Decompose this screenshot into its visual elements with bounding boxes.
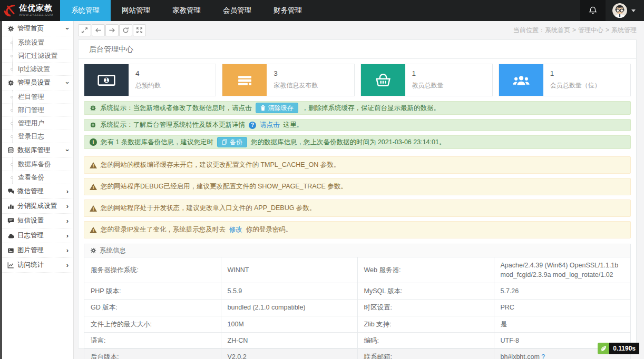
sidebar-item-1-2[interactable]: 管理用户 xyxy=(2,116,73,129)
info-label: MySQL 版本: xyxy=(357,283,494,300)
chevron-down-icon: › xyxy=(64,82,71,84)
chevron-right-icon: › xyxy=(66,188,69,195)
sidebar-sublist: 数据库备份查看备份 xyxy=(2,157,73,184)
logo-title: 佐优家教 xyxy=(19,4,63,13)
chevron-right-icon: › xyxy=(66,203,69,210)
copy-icon xyxy=(222,139,227,145)
breadcrumb-item-2[interactable]: 系统管理 xyxy=(611,26,637,34)
system-info-row-4: 语言:ZH-CN编码:UTF-8 xyxy=(84,332,630,348)
nav-tab-4[interactable]: 财务管理 xyxy=(262,0,313,21)
database-icon xyxy=(7,147,16,154)
stat-label: 总预约数 xyxy=(135,81,161,90)
sidebar-section-label: 数据库管理 xyxy=(16,146,66,155)
nav-tab-2[interactable]: 家教管理 xyxy=(161,0,212,21)
arrows-out-button[interactable] xyxy=(133,24,146,36)
sidebar-sublist: 系统设置词汇过滤设置Ip过滤设置 xyxy=(2,36,73,75)
sidebar-item-label: 栏目管理 xyxy=(18,93,44,102)
refresh-button[interactable] xyxy=(119,24,132,36)
info-label: 服务器操作系统: xyxy=(84,257,221,283)
info-label: 编码: xyxy=(357,332,494,348)
sidebar-item-1-1[interactable]: 部门管理 xyxy=(2,103,73,116)
alert-warning-2: !您的网站程序处于开发状态，建议更改单入口文件的 APP_DEBUG 参数。 xyxy=(84,200,631,217)
sidebar-item-2-0[interactable]: 数据库备份 xyxy=(2,157,73,171)
info-label: Zlib 支持: xyxy=(357,316,494,332)
sidebar-sublist: 栏目管理部门管理管理用户登录日志 xyxy=(2,90,73,143)
user-menu[interactable] xyxy=(606,0,644,21)
question-circle-icon: ? xyxy=(249,122,256,129)
line-chart-icon xyxy=(7,262,16,268)
stat-card-1: 3家教信息发布数 xyxy=(222,64,354,96)
button-label: 清除缓存 xyxy=(268,104,294,112)
breadcrumb: 当前位置：系统首页>管理中心>系统管理 xyxy=(513,26,637,35)
sidebar-item-0-2[interactable]: Ip过滤设置 xyxy=(2,62,73,75)
avatar xyxy=(612,3,628,18)
sidebar-section-5[interactable]: 短信设置› xyxy=(2,213,73,228)
sidebar-section-6[interactable]: 日志管理› xyxy=(2,228,73,243)
sidebar-item-1-0[interactable]: 栏目管理 xyxy=(2,90,73,103)
notifications-button[interactable] xyxy=(580,0,606,21)
info-label: 文件上传的最大大小: xyxy=(84,316,221,332)
alert-text: 您的网站程序DEBUG已经启用，建议更改配置文件的 SHOW_PAGE_TRAC… xyxy=(101,182,347,191)
nav-tab-3[interactable]: 会员管理 xyxy=(212,0,262,21)
stat-card-0: 14总预约数 xyxy=(84,64,216,96)
email-help-link[interactable]: ? xyxy=(541,353,545,359)
stat-body: 1教员总数量 xyxy=(405,64,444,96)
system-info-title: 系统信息 xyxy=(100,246,126,255)
arrow-right-button[interactable] xyxy=(105,24,119,36)
stat-body: 3家教信息发布数 xyxy=(267,64,318,96)
sidebar-item-label: 数据库备份 xyxy=(18,160,51,169)
sidebar-section-label: 微信管理 xyxy=(16,187,66,196)
tasks-icon xyxy=(222,64,267,96)
main-area: 当前位置：系统首页>管理中心>系统管理 后台管理中心 14总预约数3家教信息发布… xyxy=(74,21,644,359)
sms-icon xyxy=(7,217,16,224)
sidebar-section-0[interactable]: 管理首页› xyxy=(2,21,73,36)
sidebar-section-7[interactable]: 图片管理› xyxy=(2,243,73,257)
nav-tab-0[interactable]: 系统管理 xyxy=(60,0,111,21)
chevron-down-icon: › xyxy=(64,149,71,151)
expand-button[interactable] xyxy=(78,24,91,36)
main-nav: 系统管理网站管理家教管理会员管理财务管理 xyxy=(60,0,313,21)
stat-value: 1 xyxy=(550,69,601,77)
sidebar-item-label: 词汇过滤设置 xyxy=(18,52,57,61)
stat-card-3: 1会员总数量（位） xyxy=(499,64,631,96)
thinkphp-trace-icon[interactable] xyxy=(598,343,609,354)
clear-cache-button[interactable]: 清除缓存 xyxy=(256,103,298,113)
sidebar-section-2[interactable]: 数据库管理› xyxy=(2,143,73,157)
sidebar-item-0-0[interactable]: 系统设置 xyxy=(2,36,73,49)
toolbar-row: 当前位置：系统首页>管理中心>系统管理 xyxy=(74,21,644,39)
system-info-row-5: 后台版本:V2.0.2联系邮箱:bh#jxbht.com ? xyxy=(84,348,630,359)
sidebar-section-4[interactable]: 分销提成设置› xyxy=(2,198,73,213)
sidebar-item-1-3[interactable]: 登录日志 xyxy=(2,129,73,143)
info-circle-icon: i xyxy=(90,138,97,146)
bullet-icon xyxy=(11,163,13,166)
sidebar-item-2-1[interactable]: 查看备份 xyxy=(2,171,73,184)
app-logo[interactable]: 佐优家教 WWW.ZYJJ111.COM xyxy=(0,0,60,21)
info-label: PHP 版本: xyxy=(84,283,221,300)
system-info-row-0: 服务器操作系统:WINNTWeb 服务器:Apache/2.4.39 (Win6… xyxy=(84,257,630,283)
sidebar-section-label: 日志管理 xyxy=(16,231,66,240)
info-label: 联系邮箱: xyxy=(357,348,494,359)
backup-button[interactable]: 备份 xyxy=(217,137,247,147)
chevron-right-icon: › xyxy=(66,262,69,268)
sidebar-item-0-1[interactable]: 词汇过滤设置 xyxy=(2,49,73,62)
stat-label: 会员总数量（位） xyxy=(550,81,601,90)
system-info-header: 系统信息 xyxy=(84,244,630,257)
breadcrumb-item-1[interactable]: 管理中心 xyxy=(578,26,603,34)
warning-icon: ! xyxy=(90,162,97,168)
alert-link[interactable]: 修改 xyxy=(229,225,242,234)
alert-link[interactable]: 请点击 xyxy=(260,121,280,129)
sidebar-section-8[interactable]: 访问统计› xyxy=(2,257,73,272)
sidebar-section-3[interactable]: 微信管理› xyxy=(2,184,73,198)
sidebar-section-label: 管理首页 xyxy=(16,24,66,33)
trace-time: 0.1190s xyxy=(609,343,639,354)
sidebar-section-label: 图片管理 xyxy=(16,246,66,255)
system-info-row-1: PHP 版本:5.5.9MySQL 版本:5.7.26 xyxy=(84,283,630,300)
info-value: ZH-CN xyxy=(221,332,357,348)
nav-tab-1[interactable]: 网站管理 xyxy=(111,0,161,21)
sidebar-section-label: 管理员设置 xyxy=(16,78,66,87)
breadcrumb-item-0[interactable]: 系统首页 xyxy=(545,26,570,34)
arrow-left-button[interactable] xyxy=(92,24,105,36)
breadcrumb-prefix: 当前位置： xyxy=(513,26,545,34)
sidebar-section-1[interactable]: 管理员设置› xyxy=(2,75,73,90)
alert-text: 您的网站程序处于开发状态，建议更改单入口文件的 APP_DEBUG 参数。 xyxy=(101,204,316,213)
